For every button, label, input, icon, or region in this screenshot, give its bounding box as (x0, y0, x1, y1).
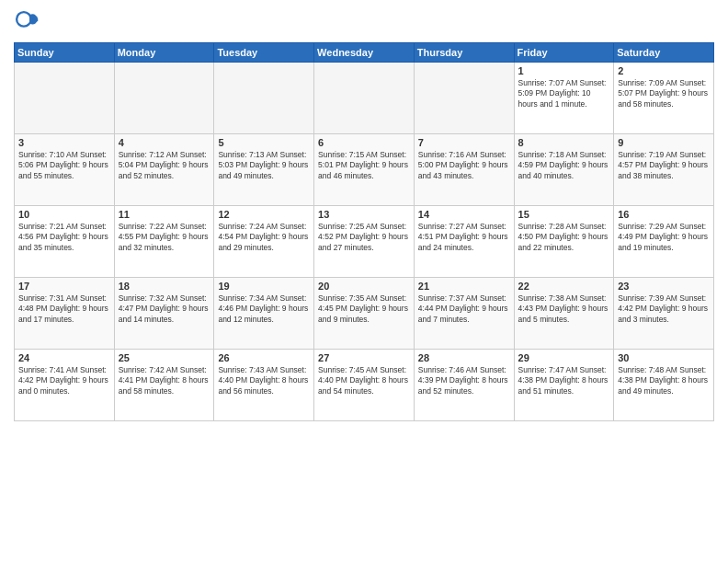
calendar-cell: 8Sunrise: 7:18 AM Sunset: 4:59 PM Daylig… (514, 134, 614, 206)
week-row-1: 1Sunrise: 7:07 AM Sunset: 5:09 PM Daylig… (15, 63, 714, 134)
calendar-cell: 24Sunrise: 7:41 AM Sunset: 4:42 PM Dayli… (15, 350, 115, 421)
day-number: 24 (18, 352, 110, 363)
day-number: 2 (618, 65, 710, 76)
calendar-cell: 3Sunrise: 7:10 AM Sunset: 5:06 PM Daylig… (15, 134, 115, 206)
calendar-cell: 27Sunrise: 7:45 AM Sunset: 4:40 PM Dayli… (314, 350, 415, 421)
day-number: 12 (218, 209, 310, 220)
day-info: Sunrise: 7:07 AM Sunset: 5:09 PM Dayligh… (518, 78, 610, 109)
day-info: Sunrise: 7:15 AM Sunset: 5:01 PM Dayligh… (318, 150, 410, 181)
calendar-header-row: SundayMondayTuesdayWednesdayThursdayFrid… (15, 43, 714, 63)
day-number: 18 (119, 281, 210, 292)
week-row-2: 3Sunrise: 7:10 AM Sunset: 5:06 PM Daylig… (15, 134, 714, 206)
day-number: 7 (418, 137, 510, 148)
calendar-cell: 17Sunrise: 7:31 AM Sunset: 4:48 PM Dayli… (15, 278, 115, 350)
calendar-cell: 29Sunrise: 7:47 AM Sunset: 4:38 PM Dayli… (514, 350, 614, 421)
day-info: Sunrise: 7:46 AM Sunset: 4:39 PM Dayligh… (418, 365, 510, 396)
day-info: Sunrise: 7:37 AM Sunset: 4:44 PM Dayligh… (418, 293, 510, 325)
day-info: Sunrise: 7:27 AM Sunset: 4:51 PM Dayligh… (418, 222, 510, 253)
day-number: 23 (618, 281, 710, 292)
day-info: Sunrise: 7:48 AM Sunset: 4:38 PM Dayligh… (618, 365, 710, 396)
col-header-friday: Friday (514, 43, 614, 63)
day-number: 19 (218, 281, 310, 292)
calendar-cell: 4Sunrise: 7:12 AM Sunset: 5:04 PM Daylig… (114, 134, 214, 206)
day-info: Sunrise: 7:16 AM Sunset: 5:00 PM Dayligh… (418, 150, 510, 181)
calendar-cell: 19Sunrise: 7:34 AM Sunset: 4:46 PM Dayli… (214, 278, 314, 350)
week-row-4: 17Sunrise: 7:31 AM Sunset: 4:48 PM Dayli… (15, 278, 714, 350)
calendar-cell: 2Sunrise: 7:09 AM Sunset: 5:07 PM Daylig… (614, 63, 714, 134)
day-info: Sunrise: 7:32 AM Sunset: 4:47 PM Dayligh… (119, 293, 210, 325)
calendar-cell: 16Sunrise: 7:29 AM Sunset: 4:49 PM Dayli… (614, 206, 714, 278)
calendar-cell: 21Sunrise: 7:37 AM Sunset: 4:44 PM Dayli… (414, 278, 514, 350)
calendar-cell: 15Sunrise: 7:28 AM Sunset: 4:50 PM Dayli… (514, 206, 614, 278)
logo-icon (14, 9, 40, 35)
day-info: Sunrise: 7:39 AM Sunset: 4:42 PM Dayligh… (618, 293, 710, 325)
day-info: Sunrise: 7:42 AM Sunset: 4:41 PM Dayligh… (119, 365, 210, 396)
day-number: 30 (618, 352, 710, 363)
calendar-cell: 7Sunrise: 7:16 AM Sunset: 5:00 PM Daylig… (414, 134, 514, 206)
day-number: 14 (418, 209, 510, 220)
day-number: 25 (119, 352, 210, 363)
day-info: Sunrise: 7:29 AM Sunset: 4:49 PM Dayligh… (618, 222, 710, 253)
calendar-cell: 5Sunrise: 7:13 AM Sunset: 5:03 PM Daylig… (214, 134, 314, 206)
calendar-cell: 13Sunrise: 7:25 AM Sunset: 4:52 PM Dayli… (314, 206, 415, 278)
day-number: 16 (618, 209, 710, 220)
day-info: Sunrise: 7:31 AM Sunset: 4:48 PM Dayligh… (18, 293, 110, 325)
day-number: 20 (318, 281, 410, 292)
day-number: 22 (518, 281, 610, 292)
day-info: Sunrise: 7:12 AM Sunset: 5:04 PM Dayligh… (119, 150, 210, 181)
day-info: Sunrise: 7:09 AM Sunset: 5:07 PM Dayligh… (618, 78, 710, 109)
calendar-cell: 30Sunrise: 7:48 AM Sunset: 4:38 PM Dayli… (614, 350, 714, 421)
calendar-cell (314, 63, 415, 134)
day-number: 6 (318, 137, 410, 148)
col-header-tuesday: Tuesday (214, 43, 314, 63)
day-info: Sunrise: 7:19 AM Sunset: 4:57 PM Dayligh… (618, 150, 710, 181)
day-number: 1 (518, 65, 610, 76)
day-info: Sunrise: 7:28 AM Sunset: 4:50 PM Dayligh… (518, 222, 610, 253)
day-info: Sunrise: 7:41 AM Sunset: 4:42 PM Dayligh… (18, 365, 110, 396)
calendar-cell: 10Sunrise: 7:21 AM Sunset: 4:56 PM Dayli… (15, 206, 115, 278)
calendar-cell: 1Sunrise: 7:07 AM Sunset: 5:09 PM Daylig… (514, 63, 614, 134)
calendar-cell: 23Sunrise: 7:39 AM Sunset: 4:42 PM Dayli… (614, 278, 714, 350)
day-number: 3 (18, 137, 110, 148)
calendar-cell: 20Sunrise: 7:35 AM Sunset: 4:45 PM Dayli… (314, 278, 415, 350)
day-number: 29 (518, 352, 610, 363)
day-number: 4 (119, 137, 210, 148)
calendar-cell: 14Sunrise: 7:27 AM Sunset: 4:51 PM Dayli… (414, 206, 514, 278)
calendar-cell: 26Sunrise: 7:43 AM Sunset: 4:40 PM Dayli… (214, 350, 314, 421)
day-info: Sunrise: 7:25 AM Sunset: 4:52 PM Dayligh… (318, 222, 410, 253)
day-info: Sunrise: 7:43 AM Sunset: 4:40 PM Dayligh… (218, 365, 310, 396)
day-number: 10 (18, 209, 110, 220)
day-number: 21 (418, 281, 510, 292)
calendar-cell (214, 63, 314, 134)
day-number: 28 (418, 352, 510, 363)
page-header (14, 9, 714, 35)
calendar-cell: 12Sunrise: 7:24 AM Sunset: 4:54 PM Dayli… (214, 206, 314, 278)
calendar-cell: 22Sunrise: 7:38 AM Sunset: 4:43 PM Dayli… (514, 278, 614, 350)
day-info: Sunrise: 7:45 AM Sunset: 4:40 PM Dayligh… (318, 365, 410, 396)
calendar-cell: 6Sunrise: 7:15 AM Sunset: 5:01 PM Daylig… (314, 134, 415, 206)
day-number: 15 (518, 209, 610, 220)
day-info: Sunrise: 7:18 AM Sunset: 4:59 PM Dayligh… (518, 150, 610, 181)
calendar-cell (414, 63, 514, 134)
col-header-thursday: Thursday (414, 43, 514, 63)
col-header-sunday: Sunday (15, 43, 115, 63)
col-header-monday: Monday (114, 43, 214, 63)
calendar-cell: 28Sunrise: 7:46 AM Sunset: 4:39 PM Dayli… (414, 350, 514, 421)
day-info: Sunrise: 7:35 AM Sunset: 4:45 PM Dayligh… (318, 293, 410, 325)
day-number: 13 (318, 209, 410, 220)
calendar-cell (15, 63, 115, 134)
week-row-3: 10Sunrise: 7:21 AM Sunset: 4:56 PM Dayli… (15, 206, 714, 278)
day-info: Sunrise: 7:38 AM Sunset: 4:43 PM Dayligh… (518, 293, 610, 325)
day-info: Sunrise: 7:13 AM Sunset: 5:03 PM Dayligh… (218, 150, 310, 181)
calendar-cell: 9Sunrise: 7:19 AM Sunset: 4:57 PM Daylig… (614, 134, 714, 206)
calendar-table: SundayMondayTuesdayWednesdayThursdayFrid… (14, 42, 714, 421)
day-info: Sunrise: 7:47 AM Sunset: 4:38 PM Dayligh… (518, 365, 610, 396)
week-row-5: 24Sunrise: 7:41 AM Sunset: 4:42 PM Dayli… (15, 350, 714, 421)
calendar-cell: 25Sunrise: 7:42 AM Sunset: 4:41 PM Dayli… (114, 350, 214, 421)
svg-point-0 (17, 12, 31, 27)
day-info: Sunrise: 7:22 AM Sunset: 4:55 PM Dayligh… (119, 222, 210, 253)
day-info: Sunrise: 7:21 AM Sunset: 4:56 PM Dayligh… (18, 222, 110, 253)
calendar-cell: 11Sunrise: 7:22 AM Sunset: 4:55 PM Dayli… (114, 206, 214, 278)
day-number: 26 (218, 352, 310, 363)
day-info: Sunrise: 7:10 AM Sunset: 5:06 PM Dayligh… (18, 150, 110, 181)
